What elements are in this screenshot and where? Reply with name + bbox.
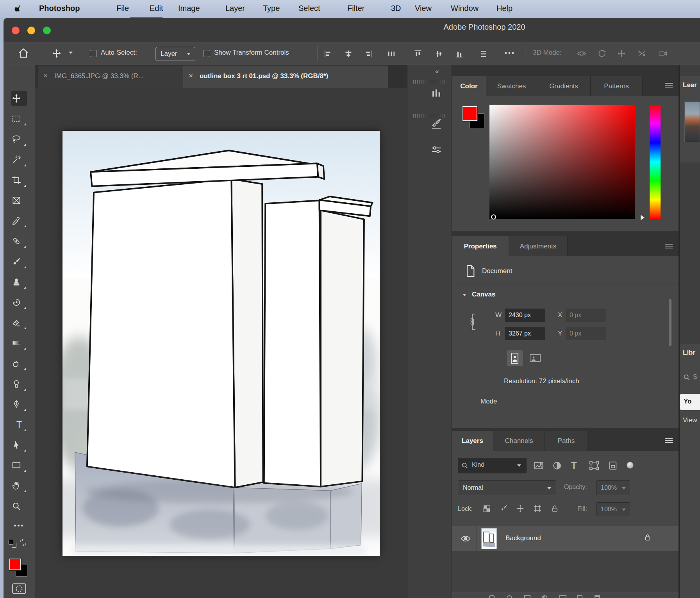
show-transform-checkbox[interactable] bbox=[203, 50, 210, 57]
tool-button-pen[interactable] bbox=[11, 396, 27, 412]
distribute-horizontal-centers-icon[interactable] bbox=[387, 49, 396, 59]
tool-button-path-selection[interactable] bbox=[11, 437, 27, 453]
move-tool-caret-icon[interactable] bbox=[69, 52, 73, 54]
layer-filter-kind-dropdown[interactable]: Kind bbox=[458, 458, 527, 473]
distribute-vertical-centers-icon[interactable] bbox=[479, 49, 488, 59]
lock-pixels-icon[interactable] bbox=[499, 504, 509, 513]
align-top-edges-icon[interactable] bbox=[413, 49, 423, 59]
tab-swatches[interactable]: Swatches bbox=[486, 76, 537, 96]
tool-button-magic-wand[interactable] bbox=[11, 152, 27, 168]
tool-button-rectangle[interactable] bbox=[11, 457, 27, 473]
color-field-cursor[interactable] bbox=[491, 214, 496, 220]
tab-close-button[interactable]: × bbox=[43, 71, 48, 80]
tab-gradients[interactable]: Gradients bbox=[537, 76, 591, 96]
zoom-window-button[interactable] bbox=[43, 27, 51, 34]
tool-button-spot-healing[interactable] bbox=[11, 233, 27, 249]
orientation-landscape-button[interactable] bbox=[527, 350, 543, 366]
libraries-tab[interactable]: Libr bbox=[680, 344, 700, 363]
menu-item-view[interactable]: View bbox=[415, 4, 432, 13]
tab-adjustments[interactable]: Adjustments bbox=[509, 236, 568, 256]
quick-mask-button[interactable] bbox=[11, 583, 27, 594]
properties-scrollbar[interactable] bbox=[669, 299, 671, 346]
menu-item-type[interactable]: Type bbox=[263, 4, 280, 13]
tab-channels[interactable]: Channels bbox=[493, 431, 545, 451]
document-tab-active[interactable]: × outline box 3 rt 01.psd @ 33.3% (RGB/8… bbox=[183, 66, 388, 88]
tool-button-eraser[interactable] bbox=[11, 315, 27, 330]
new-group-icon[interactable] bbox=[559, 595, 566, 598]
canvas-section-chevron-icon[interactable] bbox=[462, 294, 466, 296]
link-layers-icon[interactable] bbox=[489, 595, 495, 598]
height-field[interactable]: 3267 px bbox=[505, 327, 545, 340]
filter-type-layers-icon[interactable]: T bbox=[571, 460, 577, 471]
tab-properties[interactable]: Properties bbox=[452, 236, 509, 256]
move-tool-options-icon[interactable] bbox=[52, 48, 62, 59]
tab-close-button[interactable]: × bbox=[189, 71, 193, 80]
lock-all-icon[interactable] bbox=[550, 504, 559, 513]
x-field[interactable]: 0 px bbox=[566, 309, 606, 322]
opacity-dropdown[interactable]: 100% bbox=[596, 480, 630, 495]
layer-style-icon[interactable] bbox=[507, 595, 512, 598]
tool-button-hand[interactable] bbox=[11, 478, 27, 493]
lock-artboard-icon[interactable] bbox=[533, 504, 542, 513]
align-bottom-edges-icon[interactable] bbox=[455, 49, 464, 59]
window-title-bar[interactable] bbox=[4, 18, 700, 42]
align-vertical-centers-icon[interactable] bbox=[434, 49, 444, 59]
tool-button-smudge[interactable] bbox=[11, 355, 27, 371]
width-field[interactable]: 2430 px bbox=[505, 309, 545, 322]
hue-slider-pointer-icon[interactable] bbox=[641, 215, 645, 220]
more-options-button[interactable]: ••• bbox=[505, 49, 515, 57]
align-horizontal-centers-icon[interactable] bbox=[344, 49, 353, 59]
filter-shape-layers-icon[interactable] bbox=[588, 460, 600, 471]
tab-layers[interactable]: Layers bbox=[452, 431, 493, 451]
layer-mask-icon[interactable] bbox=[524, 595, 530, 598]
layer-name[interactable]: Background bbox=[505, 534, 541, 542]
collapsed-info-panel-icon[interactable] bbox=[430, 87, 443, 100]
document-tab[interactable]: × IMG_6365.JPG @ 33.3% (R... bbox=[38, 66, 183, 88]
tool-button-dodge[interactable] bbox=[11, 376, 27, 392]
menu-item-edit[interactable]: Edit bbox=[150, 4, 163, 13]
menu-item-photoshop[interactable]: Photoshop bbox=[39, 4, 80, 13]
tool-button-crop[interactable] bbox=[11, 172, 27, 188]
tool-button-brush[interactable] bbox=[11, 254, 27, 270]
align-left-edges-icon[interactable] bbox=[323, 49, 333, 59]
align-right-edges-icon[interactable] bbox=[363, 49, 373, 59]
lock-position-icon[interactable] bbox=[516, 504, 525, 513]
tool-button-eyedropper[interactable] bbox=[11, 213, 27, 228]
canvas-document[interactable] bbox=[62, 131, 380, 556]
layer-thumbnail[interactable] bbox=[481, 528, 497, 549]
tab-color[interactable]: Color bbox=[452, 76, 486, 96]
collapsed-adjustments-panel-icon[interactable] bbox=[430, 143, 443, 156]
menu-item-select[interactable]: Select bbox=[298, 4, 320, 13]
properties-panel-menu-icon[interactable] bbox=[665, 244, 673, 245]
filter-adjustment-layers-icon[interactable] bbox=[551, 460, 563, 471]
learn-thumbnail[interactable] bbox=[684, 102, 700, 142]
tool-button-lasso[interactable] bbox=[11, 131, 27, 147]
minimize-window-button[interactable] bbox=[27, 27, 35, 34]
auto-select-checkbox[interactable] bbox=[90, 50, 97, 57]
collapsed-brushes-panel-icon[interactable] bbox=[430, 117, 443, 130]
swap-colors-icon[interactable] bbox=[19, 538, 27, 547]
tab-patterns[interactable]: Patterns bbox=[591, 76, 643, 96]
tool-button-move[interactable] bbox=[11, 91, 27, 106]
link-dimensions-icon[interactable] bbox=[468, 312, 477, 332]
fill-dropdown[interactable]: 100% bbox=[596, 502, 630, 516]
delete-layer-icon[interactable] bbox=[595, 595, 600, 598]
collapse-panels-button[interactable]: « bbox=[435, 68, 439, 75]
menu-item-3d[interactable]: 3D bbox=[391, 4, 401, 13]
menu-item-help[interactable]: Help bbox=[496, 4, 512, 13]
home-icon[interactable] bbox=[17, 47, 30, 59]
tool-button-frame[interactable] bbox=[11, 193, 27, 208]
libraries-search-icon[interactable] bbox=[683, 373, 691, 381]
new-layer-icon[interactable] bbox=[577, 595, 582, 598]
foreground-swatch[interactable] bbox=[462, 106, 477, 121]
tool-button-type[interactable]: T bbox=[11, 417, 27, 432]
menu-item-filter[interactable]: Filter bbox=[347, 4, 364, 13]
filter-pixel-layers-icon[interactable] bbox=[533, 460, 545, 471]
blend-mode-dropdown[interactable]: Normal bbox=[458, 480, 556, 495]
color-field[interactable] bbox=[489, 105, 635, 219]
adjustment-layer-icon[interactable] bbox=[542, 595, 547, 598]
hue-slider[interactable] bbox=[650, 105, 661, 219]
y-field[interactable]: 0 px bbox=[566, 327, 606, 340]
tool-button-gradient[interactable] bbox=[11, 335, 27, 351]
close-window-button[interactable] bbox=[12, 27, 20, 34]
